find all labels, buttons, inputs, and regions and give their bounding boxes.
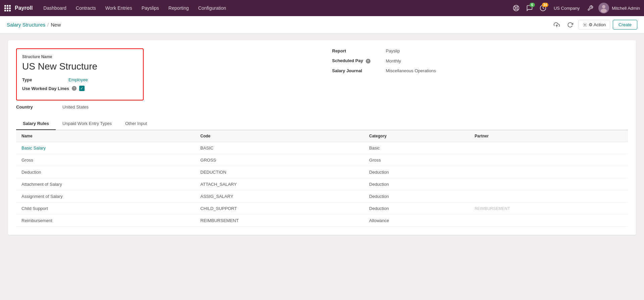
row-code: CHILD_SUPPORT bbox=[195, 203, 364, 215]
row-partner: REIMBURSEMENT bbox=[469, 203, 628, 215]
breadcrumb-separator: / bbox=[47, 22, 49, 28]
tab-unpaid-work-entry-types[interactable]: Unpaid Work Entry Types bbox=[56, 118, 118, 130]
upload-button[interactable] bbox=[551, 19, 562, 30]
row-partner bbox=[469, 154, 628, 166]
row-partner bbox=[469, 178, 628, 190]
settings-wrench-icon[interactable] bbox=[585, 3, 596, 13]
nav-work-entries[interactable]: Work Entries bbox=[101, 3, 136, 13]
form-card: Structure Name US New Structure Type Emp… bbox=[8, 40, 636, 235]
scheduled-pay-label: Scheduled Pay ? bbox=[332, 58, 386, 63]
form-section: Structure Name US New Structure Type Emp… bbox=[16, 48, 628, 110]
table-row[interactable]: DeductionDEDUCTIONDeduction bbox=[16, 166, 628, 178]
col-header-partner: Partner bbox=[469, 130, 628, 142]
svg-line-14 bbox=[514, 9, 515, 10]
row-code: ATTACH_SALARY bbox=[195, 178, 364, 190]
svg-rect-8 bbox=[9, 10, 11, 11]
breadcrumb-parent[interactable]: Salary Structures bbox=[7, 22, 45, 28]
nav-reporting[interactable]: Reporting bbox=[164, 3, 193, 13]
svg-point-16 bbox=[602, 5, 605, 8]
row-code: BASIC bbox=[195, 142, 364, 154]
report-label: Report bbox=[332, 48, 386, 53]
table-header-row: Name Code Category Partner bbox=[16, 130, 628, 142]
scheduled-pay-field-row: Scheduled Pay ? Monthly bbox=[332, 58, 628, 63]
type-value[interactable]: Employee bbox=[68, 77, 88, 82]
support-icon[interactable] bbox=[511, 3, 522, 13]
type-field-row: Type Employee bbox=[22, 77, 138, 82]
structure-name-label: Structure Name bbox=[22, 54, 138, 59]
header-actions: ⚙ Action Create bbox=[551, 19, 637, 30]
row-name[interactable]: Gross bbox=[16, 154, 195, 166]
svg-rect-4 bbox=[7, 7, 8, 9]
activity-icon[interactable]: 34 bbox=[538, 3, 548, 13]
row-code: DEDUCTION bbox=[195, 166, 364, 178]
user-name: Mitchell Admin bbox=[612, 6, 640, 11]
nav-configuration[interactable]: Configuration bbox=[194, 3, 230, 13]
breadcrumb: Salary Structures / New bbox=[7, 22, 61, 28]
row-name[interactable]: Assignment of Salary bbox=[16, 190, 195, 203]
create-button[interactable]: Create bbox=[613, 20, 637, 30]
nav-dashboard[interactable]: Dashboard bbox=[39, 3, 70, 13]
type-label: Type bbox=[22, 77, 66, 82]
main-content: Structure Name US New Structure Type Emp… bbox=[0, 34, 644, 300]
row-category: Allowance bbox=[364, 215, 469, 227]
svg-rect-2 bbox=[9, 5, 11, 7]
nav-payslips[interactable]: Payslips bbox=[138, 3, 163, 13]
table-row[interactable]: Child SupportCHILD_SUPPORTDeductionREIMB… bbox=[16, 203, 628, 215]
row-name[interactable]: Child Support bbox=[16, 203, 195, 215]
row-partner bbox=[469, 166, 628, 178]
country-label: Country bbox=[16, 104, 60, 110]
apps-grid-icon[interactable] bbox=[4, 5, 11, 11]
report-value[interactable]: Payslip bbox=[386, 48, 400, 53]
row-name[interactable]: Reimbursement bbox=[16, 215, 195, 227]
row-category: Deduction bbox=[364, 203, 469, 215]
table-row[interactable]: GrossGROSSGross bbox=[16, 154, 628, 166]
svg-line-12 bbox=[517, 9, 518, 10]
nav-contracts[interactable]: Contracts bbox=[72, 3, 100, 13]
col-header-code: Code bbox=[195, 130, 364, 142]
row-code: REIMBURSEMENT bbox=[195, 215, 364, 227]
table-row[interactable]: ReimbursementREIMBURSEMENTAllowance bbox=[16, 215, 628, 227]
highlighted-box: Structure Name US New Structure Type Emp… bbox=[16, 48, 144, 100]
col-header-category: Category bbox=[364, 130, 469, 142]
svg-line-13 bbox=[517, 6, 518, 7]
app-name: Payroll bbox=[15, 5, 33, 11]
breadcrumb-current: New bbox=[51, 22, 61, 28]
action-label: ⚙ Action bbox=[589, 22, 606, 27]
table-row[interactable]: Attachment of SalaryATTACH_SALARYDeducti… bbox=[16, 178, 628, 190]
salary-journal-label: Salary Journal bbox=[332, 68, 386, 73]
svg-rect-3 bbox=[4, 7, 6, 9]
chat-badge: 6 bbox=[530, 3, 535, 7]
salary-journal-value[interactable]: Miscellaneous Operations bbox=[386, 68, 436, 73]
svg-rect-1 bbox=[7, 5, 8, 7]
row-code: ASSIG_SALARY bbox=[195, 190, 364, 203]
action-dropdown-button[interactable]: ⚙ Action bbox=[578, 20, 610, 30]
svg-rect-0 bbox=[4, 5, 6, 7]
svg-line-11 bbox=[514, 6, 515, 7]
svg-rect-7 bbox=[7, 10, 8, 11]
row-category: Gross bbox=[364, 154, 469, 166]
scheduled-pay-value[interactable]: Monthly bbox=[386, 58, 401, 63]
svg-point-17 bbox=[601, 9, 607, 13]
chat-icon[interactable]: 6 bbox=[524, 3, 535, 13]
help-icon[interactable]: ? bbox=[72, 86, 77, 91]
refresh-button[interactable] bbox=[565, 19, 576, 30]
svg-point-10 bbox=[515, 7, 517, 9]
row-name[interactable]: Deduction bbox=[16, 166, 195, 178]
report-field-row: Report Payslip bbox=[332, 48, 628, 53]
table-row[interactable]: Assignment of SalaryASSIG_SALARYDeductio… bbox=[16, 190, 628, 203]
country-value[interactable]: United States bbox=[62, 104, 89, 110]
sub-header: Salary Structures / New ⚙ Action Create bbox=[0, 16, 644, 34]
avatar[interactable] bbox=[598, 3, 609, 13]
row-code: GROSS bbox=[195, 154, 364, 166]
tab-salary-rules[interactable]: Salary Rules bbox=[16, 118, 56, 130]
tab-other-input[interactable]: Other Input bbox=[118, 118, 154, 130]
tabs-container: Salary Rules Unpaid Work Entry Types Oth… bbox=[16, 118, 628, 130]
row-name[interactable]: Basic Salary bbox=[16, 142, 195, 154]
use-worked-day-checkbox[interactable] bbox=[79, 86, 85, 91]
scheduled-pay-help-icon[interactable]: ? bbox=[366, 59, 370, 63]
salary-rules-table: Name Code Category Partner Basic SalaryB… bbox=[16, 130, 628, 227]
right-fields: Report Payslip Scheduled Pay ? Monthly S… bbox=[332, 48, 628, 110]
row-partner bbox=[469, 142, 628, 154]
row-name[interactable]: Attachment of Salary bbox=[16, 178, 195, 190]
table-row[interactable]: Basic SalaryBASICBasic bbox=[16, 142, 628, 154]
